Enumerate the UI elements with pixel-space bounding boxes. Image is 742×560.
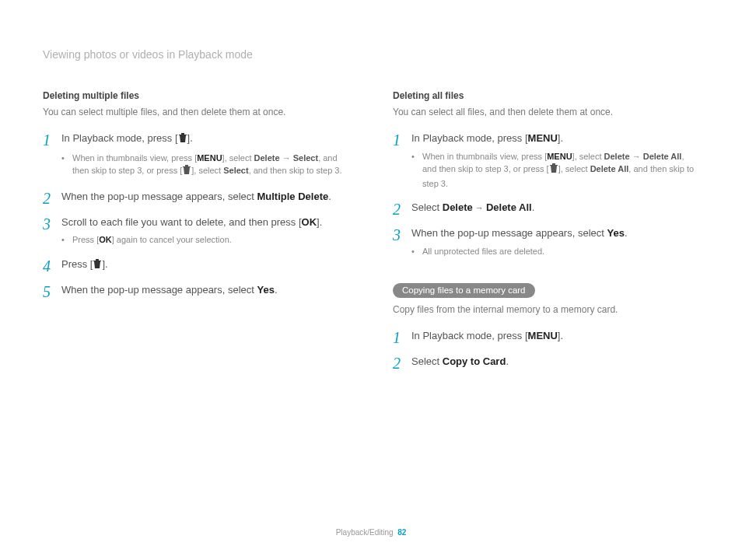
pill-copying-files: Copying files to a memory card <box>393 283 535 298</box>
sub-bullet: • When in thumbnails view, press [MENU],… <box>61 152 349 179</box>
step-text: Select <box>411 355 443 367</box>
step-number: 3 <box>43 215 61 232</box>
sub-text: ], select <box>222 153 254 163</box>
step-text: . <box>506 355 509 367</box>
step-number: 2 <box>43 190 61 206</box>
trash-icon <box>549 163 558 177</box>
step-text-end: ]. <box>187 132 193 144</box>
section-intro: You can select multiple files, and then … <box>43 106 349 119</box>
step-1: 1 In Playback mode, press [MENU]. • When… <box>393 131 699 191</box>
step-number: 1 <box>393 131 411 148</box>
bold-text: Select <box>293 153 318 163</box>
sub-text: ], select <box>191 166 223 175</box>
menu-icon: MENU <box>547 152 572 161</box>
step-text: In Playback mode, press [ <box>411 132 528 144</box>
step-number: 2 <box>393 355 411 371</box>
arrow: → <box>280 153 293 163</box>
step-text: Press [ <box>61 258 93 270</box>
bold-text: Delete All <box>590 164 629 173</box>
arrow: → <box>630 152 643 161</box>
bold-text: Yes <box>257 284 274 296</box>
sub-text: When in thumbnails view, press [ <box>422 152 547 161</box>
step-text: . <box>328 191 331 202</box>
page-footer: Playback/Editing 82 <box>0 528 742 537</box>
step-1: 1 In Playback mode, press []. • When in … <box>43 131 349 180</box>
ok-icon: OK <box>99 235 112 244</box>
sub-text: ], select <box>558 164 590 173</box>
step-text: In Playback mode, press [ <box>61 132 178 144</box>
menu-icon: MENU <box>528 330 558 341</box>
step-text: ]. <box>558 132 563 144</box>
bold-text: Delete <box>604 152 630 161</box>
page-header: Viewing photos or videos in Playback mod… <box>43 48 699 61</box>
section-title-deleting-all: Deleting all files <box>393 90 699 101</box>
step-3: 3 When the pop-up message appears, selec… <box>393 226 699 259</box>
sub-text: Press [ <box>72 235 99 244</box>
step-text: . <box>275 284 278 296</box>
step-3: 3 Scroll to each file you want to delete… <box>43 215 349 248</box>
step-text: In Playback mode, press [ <box>411 330 528 341</box>
sub-text: ], select <box>572 152 604 161</box>
arrow: → <box>473 203 486 212</box>
left-column: Deleting multiple files You can select m… <box>43 90 349 380</box>
sub-text: When in thumbnails view, press [ <box>72 153 197 163</box>
copy-step-2: 2 Select Copy to Card. <box>393 355 699 371</box>
page-number: 82 <box>397 528 406 537</box>
step-text: When the pop-up message appears, select <box>61 191 257 202</box>
step-5: 5 When the pop-up message appears, selec… <box>43 283 349 299</box>
step-text: ]. <box>102 258 107 270</box>
bold-text: Multiple Delete <box>257 191 328 202</box>
step-text: . <box>532 201 535 213</box>
step-text: When the pop-up message appears, select <box>61 284 257 296</box>
bold-text: Delete <box>443 201 473 213</box>
right-column: Deleting all files You can select all fi… <box>393 90 699 380</box>
section-title-deleting-multiple: Deleting multiple files <box>43 90 349 101</box>
step-number: 1 <box>43 131 61 148</box>
bold-text: Delete All <box>486 201 532 213</box>
step-text: ]. <box>317 216 322 228</box>
bold-text: Select <box>223 166 248 175</box>
step-text: . <box>625 227 628 239</box>
step-text: Select <box>411 201 443 213</box>
step-2: 2 Select Delete → Delete All. <box>393 201 699 217</box>
copy-step-1: 1 In Playback mode, press [MENU]. <box>393 329 699 345</box>
step-number: 3 <box>393 226 411 243</box>
bold-text: Delete All <box>643 152 682 161</box>
step-text: When the pop-up message appears, select <box>411 227 607 239</box>
ok-icon: OK <box>302 216 317 228</box>
step-2: 2 When the pop-up message appears, selec… <box>43 190 349 206</box>
step-number: 5 <box>43 283 61 299</box>
footer-section: Playback/Editing <box>336 528 394 537</box>
sub-text: ] again to cancel your selection. <box>112 235 232 244</box>
step-number: 1 <box>393 329 411 345</box>
menu-icon: MENU <box>528 132 558 144</box>
step-text: Scroll to each file you want to delete, … <box>61 216 302 228</box>
step-text: ]. <box>558 330 563 341</box>
trash-icon <box>93 259 102 274</box>
bold-text: Delete <box>254 153 280 163</box>
trash-icon <box>182 165 191 179</box>
menu-icon: MENU <box>197 153 222 163</box>
step-4: 4 Press []. <box>43 257 349 274</box>
bold-text: Copy to Card <box>443 355 506 367</box>
sub-bullet: • All unprotected files are deleted. <box>411 245 699 258</box>
step-number: 4 <box>43 257 61 274</box>
sub-bullet: • When in thumbnails view, press [MENU],… <box>411 150 699 191</box>
sub-bullet: • Press [OK] again to cancel your select… <box>61 233 349 247</box>
trash-icon <box>178 133 187 148</box>
section-intro: Copy files from the internal memory to a… <box>393 303 699 317</box>
sub-text: , and then skip to step 3. <box>249 166 342 175</box>
section-intro: You can select all files, and then delet… <box>393 106 699 119</box>
step-number: 2 <box>393 201 411 217</box>
bold-text: Yes <box>607 227 624 239</box>
content-columns: Deleting multiple files You can select m… <box>43 90 699 380</box>
sub-text: All unprotected files are deleted. <box>422 245 699 258</box>
